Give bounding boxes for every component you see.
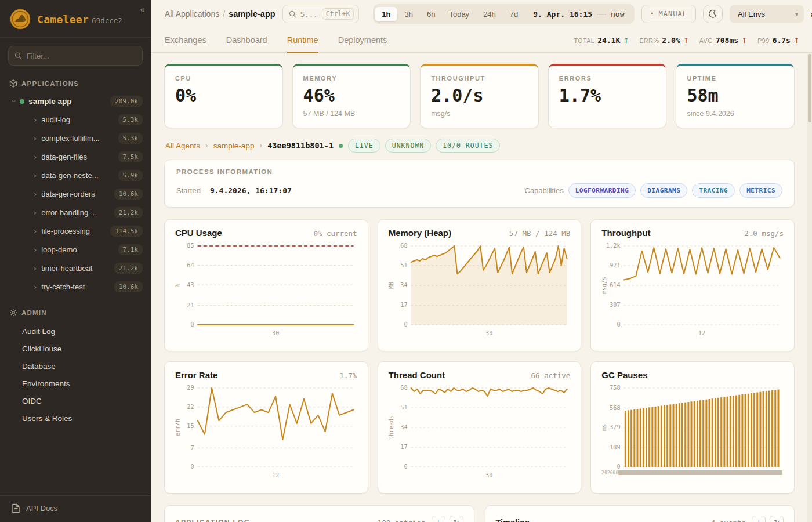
svg-text:12: 12 [698,330,705,336]
tab-deployments[interactable]: Deployments [338,28,387,53]
chart-header: Memory (Heap)57 MB / 124 MB [387,228,571,238]
process-info-card: PROCESS INFORMATION Started 9.4.2026, 16… [164,160,795,208]
range-button-3h[interactable]: 3h [397,7,419,21]
breadcrumb-separator: / [223,9,225,19]
chart-card-cpu-usage: CPU Usage0% current021436485%30 [164,219,368,351]
download-icon: ↓ [435,519,441,522]
started-label: Started [176,186,201,195]
svg-text:85: 85 [187,243,194,249]
badge-live: LIVE [348,139,380,153]
scrollbar-thumb[interactable] [808,54,811,122]
trend-up-icon: ↑ [741,37,747,45]
metric-cards-row: CPU0%MEMORY46%57 MB / 124 MBTHROUGHPUT2.… [164,64,795,128]
download-log-button[interactable]: ↓ [432,516,445,522]
admin-item-environments[interactable]: Environments [0,375,151,392]
log-entries-count: 100 entries [378,519,426,522]
content: CPU0%MEMORY46%57 MB / 124 MBTHROUGHPUT2.… [151,53,812,522]
tab-dashboard[interactable]: Dashboard [226,28,267,53]
svg-text:189: 189 [610,444,621,451]
scrollbar[interactable] [807,53,812,522]
sidebar-item-sample-app[interactable]: › sample app 209.0k [0,92,151,110]
badge-10-0-routes: 10/0 ROUTES [436,139,500,153]
stat-label: ERR% [639,37,659,44]
refresh-log-button[interactable]: ↻ [449,516,463,522]
svg-text:msg/s: msg/s [601,277,607,294]
download-timeline-button[interactable]: ↓ [752,516,766,522]
env-select[interactable]: All Envs ▾ [730,5,804,23]
trend-up-icon: ↑ [623,37,629,45]
chevron-right-icon: › [34,153,37,161]
metric-value: 1.7% [559,87,656,104]
global-search[interactable]: S... Ctrl+K [282,5,360,23]
chart-header: Throughput2.0 msg/s [600,228,784,238]
admin-item-audit-log[interactable]: Audit Log [0,322,151,340]
agent-id: 43ee9811b801-1 [267,141,334,150]
svg-text:12: 12 [272,472,279,478]
capability-pills: LOGFORWARDINGDIAGRAMSTRACINGMETRICS [568,183,782,198]
bottom-row: APPLICATION LOG 100 entries ↓ ↻ Timeline… [164,505,795,522]
svg-text:921: 921 [610,263,621,269]
filter-input[interactable] [27,52,136,60]
chart-plot-area: 0189379568758ms2020000000000000 [600,382,784,488]
sidebar-route-try-catch-test[interactable]: ›try-catch-test10.6k [0,277,151,296]
chart-plot-area: 07152229err/h12 [174,382,357,488]
error-rate-chart: 07152229err/h12 [174,382,357,482]
sidebar-route-loop-demo[interactable]: ›loop-demo7.1k [0,240,151,259]
admin-item-database[interactable]: Database [0,357,151,375]
sidebar-route-timer-heartbeat[interactable]: ›timer-heartbeat21.2k [0,259,151,277]
tabs-row: ExchangesDashboardRuntimeDeployments TOT… [151,28,812,53]
sidebar-route-data-gen-files[interactable]: ›data-gen-files7.5k [0,147,151,166]
metric-card-uptime: UPTIME58msince 9.4.2026 [676,64,795,128]
admin-item-oidc[interactable]: OIDC [0,392,151,409]
sidebar-route-error-handling-[interactable]: ›error-handling-...21.2k [0,203,151,222]
svg-text:0: 0 [617,464,621,470]
refresh-timeline-button[interactable]: ↻ [770,516,784,522]
range-button-7d[interactable]: 7d [503,7,525,21]
filter-box[interactable] [8,46,143,66]
sidebar-route-complex-fulfillm[interactable]: ›complex-fulfillm...5.3k [0,129,151,147]
range-button-today[interactable]: Today [442,7,476,21]
sample-app-link[interactable]: sample-app [213,142,255,150]
sidebar-collapse-icon[interactable]: « [140,5,145,15]
tab-runtime[interactable]: Runtime [287,28,318,53]
sidebar-route-file-processing[interactable]: ›file-processing114.5k [0,222,151,240]
chevron-right-icon: › [34,171,37,180]
routes-list: ›audit-log5.3k›complex-fulfillm...5.3k›d… [0,110,151,296]
stat-total: TOTAL24.1K↑ [574,36,629,45]
breadcrumb-current: sample-app [229,9,276,19]
admin-header-label: ADMIN [21,309,47,316]
trend-up-icon: ↑ [683,37,689,45]
admin-item-users-roles[interactable]: Users & Roles [0,409,151,427]
chart-title: Memory (Heap) [389,228,451,238]
manual-label: MANUAL [659,10,687,18]
app-root: Cameleer69dcce2 « APPLICATIONS [0,0,812,522]
badge-unknown: UNKNOWN [385,139,431,153]
route-label: audit-log [41,115,113,124]
chart-header: GC Pauses [600,370,784,380]
admin-item-clickhouse[interactable]: ClickHouse [0,340,151,357]
range-button-6h[interactable]: 6h [420,7,442,21]
tab-exchanges[interactable]: Exchanges [165,28,206,53]
route-label: complex-fulfillm... [41,134,113,143]
all-agents-link[interactable]: All Agents [165,142,200,150]
sidebar-route-data-gen-neste[interactable]: ›data-gen-neste...5.9k [0,166,151,184]
applications-header-label: APPLICATIONS [21,80,79,87]
range-button-1h[interactable]: 1h [375,7,397,21]
sidebar-route-audit-log[interactable]: ›audit-log5.3k [0,110,151,129]
chart-card-thread-count: Thread Count66 active017345168threads30 [378,361,582,494]
breadcrumb-root[interactable]: All Applications [165,9,219,19]
route-count: 5.9k [118,170,143,181]
manual-refresh-button[interactable]: • MANUAL [641,5,696,23]
application-log-header: APPLICATION LOG 100 entries ↓ ↻ [175,516,463,522]
theme-toggle-button[interactable] [703,5,723,23]
process-info-header: PROCESS INFORMATION [176,168,782,175]
stat-value: 24.1K [597,36,620,45]
api-docs-link[interactable]: API Docs [0,495,151,522]
metric-label: ERRORS [559,75,656,82]
time-range-display[interactable]: 9. Apr. 16:15 — now [525,9,632,19]
route-label: file-processing [41,227,106,235]
sidebar: Cameleer69dcce2 « APPLICATIONS [0,0,151,522]
range-button-24h[interactable]: 24h [476,7,503,21]
time-range-selector: 1h3h6hToday24h7d 9. Apr. 16:15 — now [373,4,634,24]
sidebar-route-data-gen-orders[interactable]: ›data-gen-orders10.6k [0,184,151,203]
